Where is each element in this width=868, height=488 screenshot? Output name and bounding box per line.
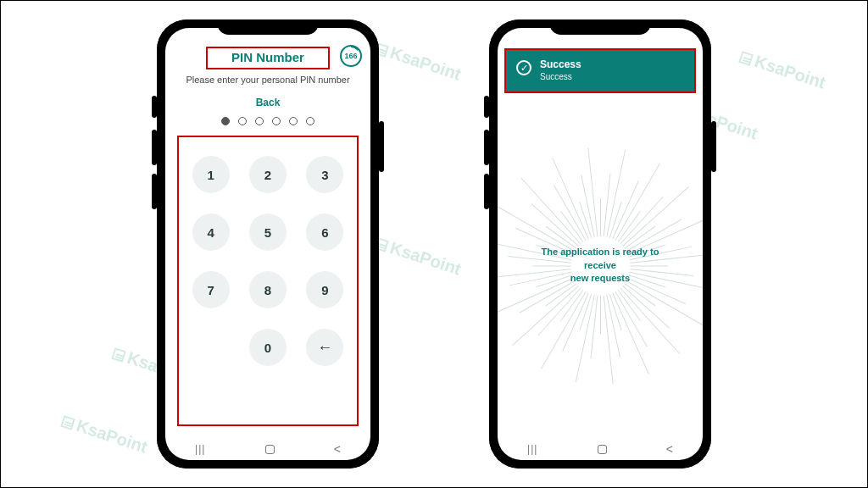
highlight-pin-title: PIN Number <box>206 47 330 69</box>
keypad-0[interactable]: 0 <box>249 329 287 366</box>
keypad-4[interactable]: 4 <box>192 214 230 251</box>
pin-dot <box>289 117 298 125</box>
nav-back-icon[interactable]: < <box>334 442 341 456</box>
page-title: PIN Number <box>231 50 304 64</box>
nav-back-icon[interactable]: < <box>666 442 673 456</box>
nav-recent-icon[interactable]: ||| <box>195 443 205 455</box>
keypad-8[interactable]: 8 <box>249 271 287 308</box>
pin-progress-dots <box>165 117 370 125</box>
ready-message: The application is ready to receive new … <box>528 246 672 285</box>
check-circle-icon: ✓ <box>516 60 531 75</box>
keypad-2[interactable]: 2 <box>249 156 287 193</box>
highlight-success-banner: ✓ Success Success <box>504 48 696 93</box>
pin-dot <box>272 117 281 125</box>
keypad-backspace-icon[interactable]: ← <box>306 329 343 366</box>
keypad-5[interactable]: 5 <box>249 214 287 251</box>
android-navbar: ||| < <box>165 438 370 460</box>
keypad-blank <box>192 329 230 366</box>
keypad-9[interactable]: 9 <box>306 271 343 308</box>
nav-home-icon[interactable] <box>598 445 607 454</box>
back-button[interactable]: Back <box>165 97 370 108</box>
countdown-timer-icon: 166 <box>340 45 362 67</box>
pin-dot <box>306 117 314 125</box>
banner-title: Success <box>540 58 581 70</box>
phone-pin: PIN Number 166 Please enter your persona… <box>157 19 379 469</box>
pin-dot <box>221 117 230 125</box>
pin-subtitle: Please enter your personal PIN number <box>165 75 370 85</box>
keypad-3[interactable]: 3 <box>306 156 343 193</box>
keypad-6[interactable]: 6 <box>306 214 343 251</box>
numeric-keypad: 1 2 3 4 5 6 7 8 9 0 ← <box>182 146 353 419</box>
banner-subtitle: Success <box>540 72 581 81</box>
keypad-1[interactable]: 1 <box>192 156 230 193</box>
keypad-7[interactable]: 7 <box>192 271 230 308</box>
android-navbar: ||| < <box>498 438 703 460</box>
pin-dot <box>238 117 247 125</box>
nav-recent-icon[interactable]: ||| <box>527 443 537 455</box>
pin-dot <box>255 117 264 125</box>
nav-home-icon[interactable] <box>265 445 275 454</box>
highlight-keypad: 1 2 3 4 5 6 7 8 9 0 ← <box>177 136 359 426</box>
phone-success: ✓ Success Success The application is rea… <box>489 19 711 469</box>
success-banner: ✓ Success Success <box>506 50 694 92</box>
